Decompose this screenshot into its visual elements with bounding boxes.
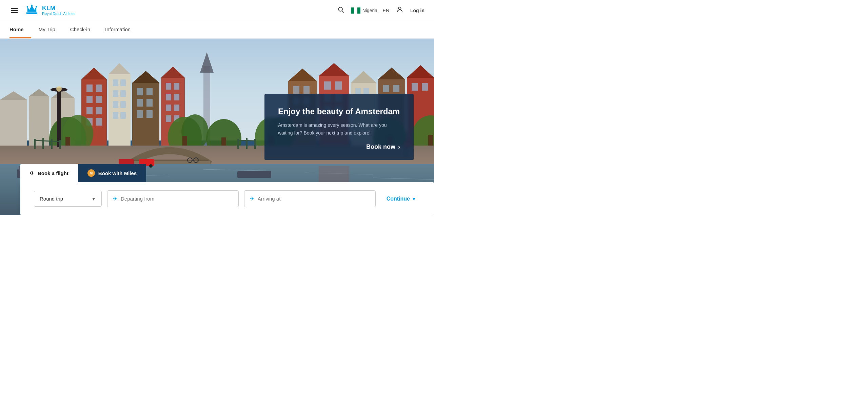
svg-marker-1 (27, 5, 36, 12)
klm-crown-icon (24, 3, 39, 18)
header-right: Nigeria – EN Log in (337, 6, 425, 15)
arriving-plane-icon: ✈ (250, 195, 254, 202)
search-button[interactable] (337, 6, 344, 15)
booking-tabs: ✈ Book a flight M Book with Miles (20, 164, 434, 182)
hero-section: STOP Enjoy the beauty of Amsterdam Amste… (0, 39, 434, 215)
promo-text: Amsterdam is amazing every season. What … (278, 121, 400, 137)
klm-logo[interactable]: KLM Royal Dutch Airlines (24, 3, 75, 18)
departing-input[interactable] (121, 196, 233, 202)
tab-miles-label: Book with Miles (98, 170, 137, 176)
svg-rect-8 (351, 7, 354, 14)
hamburger-menu-button[interactable] (9, 7, 19, 14)
nav-item-home[interactable]: Home (9, 21, 31, 38)
arriving-input[interactable] (258, 196, 370, 202)
nav-item-my-trip[interactable]: My Trip (31, 21, 63, 38)
trip-type-chevron-icon: ▼ (91, 196, 96, 202)
svg-point-2 (27, 6, 28, 7)
svg-point-3 (31, 4, 33, 6)
tab-book-flight[interactable]: ✈ Book a flight (20, 164, 78, 182)
plane-icon: ✈ (30, 170, 34, 176)
miles-icon: M (87, 169, 95, 177)
nigeria-flag-icon (351, 7, 360, 14)
continue-chevron-icon: ▾ (413, 196, 415, 202)
svg-point-11 (398, 7, 401, 10)
logo-text-area: KLM Royal Dutch Airlines (42, 5, 75, 16)
nav-item-check-in[interactable]: Check-in (63, 21, 98, 38)
trip-type-value: Round trip (40, 196, 63, 202)
user-account-button[interactable] (396, 6, 403, 15)
tab-book-miles[interactable]: M Book with Miles (78, 164, 146, 182)
login-button[interactable]: Log in (410, 8, 425, 13)
continue-label: Continue (387, 196, 410, 202)
tab-flight-label: Book a flight (38, 170, 68, 176)
search-form: Round trip ▼ ✈ ✈ Continue ▾ (20, 182, 434, 215)
svg-rect-5 (26, 12, 37, 13)
promo-card: Enjoy the beauty of Amsterdam Amsterdam … (264, 94, 414, 160)
booking-section: ✈ Book a flight M Book with Miles Round … (20, 164, 434, 215)
svg-line-7 (342, 11, 343, 13)
book-now-label: Book now (366, 143, 395, 150)
site-header: KLM Royal Dutch Airlines Nigeria – EN (0, 0, 434, 21)
svg-rect-10 (357, 7, 360, 14)
locale-selector[interactable]: Nigeria – EN (351, 7, 389, 14)
main-navigation: Home My Trip Check-in Information (0, 21, 434, 39)
book-now-chevron-icon: › (398, 143, 400, 150)
departing-input-container: ✈ (107, 190, 239, 207)
svg-point-4 (36, 6, 37, 7)
continue-button[interactable]: Continue ▾ (381, 191, 420, 207)
departing-plane-icon: ✈ (113, 195, 117, 202)
arriving-input-container: ✈ (244, 190, 376, 207)
nav-item-information[interactable]: Information (98, 21, 138, 38)
promo-title: Enjoy the beauty of Amsterdam (278, 106, 400, 117)
trip-type-select[interactable]: Round trip ▼ (34, 191, 102, 207)
locale-label: Nigeria – EN (362, 8, 389, 13)
book-now-link[interactable]: Book now › (278, 143, 400, 150)
header-left: KLM Royal Dutch Airlines (9, 3, 75, 18)
svg-rect-9 (354, 7, 357, 14)
